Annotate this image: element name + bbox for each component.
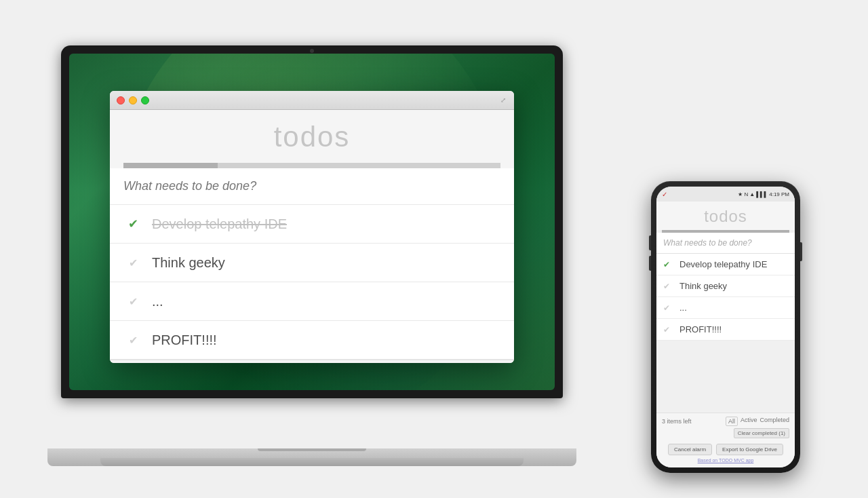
todo-item-2: ✔ Think geeky [110, 244, 514, 282]
todo-check-4[interactable]: ✔ [123, 330, 142, 349]
todo-item-4: ✔ PROFIT!!!! [110, 321, 514, 360]
laptop-base [47, 448, 576, 466]
checkmark-pending-icon: ✔ [129, 256, 138, 269]
phone-filter-completed[interactable]: Completed [760, 417, 789, 426]
volume-down-button[interactable] [649, 256, 651, 271]
phone-todo-item-4: ✔ PROFIT!!!! [656, 319, 795, 341]
todo-item-1: ✔ Develop telepathy IDE [110, 205, 514, 244]
todo-item-3: ✔ ... [110, 282, 514, 321]
window-titlebar: ⤢ [110, 91, 514, 110]
phone-footer: 3 items left All Active Completed Clear … [656, 413, 795, 467]
scene: ⤢ todos [27, 12, 841, 486]
phone-check-icon-4[interactable]: ✔ [663, 325, 674, 334]
phone-statusbar: ✓ ★ N ▲ ▌▌▌ 4:19 PM [656, 187, 795, 202]
notification-check-icon: ✓ [662, 191, 667, 198]
nfc-icon: N [744, 191, 748, 197]
phone-todo-text-3: ... [679, 303, 687, 313]
phone-body: ✓ ★ N ▲ ▌▌▌ 4:19 PM todos What needs to … [651, 181, 800, 473]
phone-new-todo-input[interactable]: What needs to be done? [656, 233, 795, 254]
todo-list: ✔ Develop telepathy IDE ✔ Think geeky [110, 205, 514, 360]
checkmark-pending-icon-3: ✔ [129, 334, 138, 347]
bluetooth-icon: ★ [738, 191, 743, 197]
traffic-lights [117, 96, 149, 104]
laptop-camera [310, 49, 314, 53]
todo-text-4: PROFIT!!!! [152, 332, 217, 348]
phone-check-icon-3[interactable]: ✔ [663, 303, 674, 313]
progress-bar-fill [123, 163, 218, 168]
status-right: ★ N ▲ ▌▌▌ 4:19 PM [738, 191, 789, 197]
phone-actions: Cancel alarm Export to Google Drive [662, 440, 789, 458]
wifi-icon: ▲ [749, 191, 755, 197]
phone-filter-all[interactable]: All [726, 417, 738, 426]
phone-todo-item-1: ✔ Develop telepathy IDE [656, 254, 795, 275]
laptop-wallpaper: ⤢ todos [69, 54, 555, 390]
close-button[interactable] [117, 96, 125, 104]
phone-app-title: todos [656, 202, 795, 230]
todo-check-2[interactable]: ✔ [123, 253, 142, 272]
phone-todo-item-2: ✔ Think geeky [656, 275, 795, 297]
phone-credit-link[interactable]: TODO MVC app [719, 458, 753, 463]
phone-check-icon-2[interactable]: ✔ [663, 282, 674, 291]
phone: ✓ ★ N ▲ ▌▌▌ 4:19 PM todos What needs to … [651, 181, 800, 473]
volume-up-button[interactable] [649, 235, 651, 250]
app-footer: 3 items left All Active Completed Clear … [110, 360, 514, 363]
phone-credit: Based on TODO MVC app [662, 458, 789, 465]
phone-clear-button[interactable]: Clear completed (1) [734, 428, 789, 438]
todo-text-2: Think geeky [152, 255, 225, 271]
maximize-button[interactable] [141, 96, 149, 104]
expand-icon[interactable]: ⤢ [499, 96, 507, 104]
phone-filters: All Active Completed [726, 417, 789, 426]
laptop: ⤢ todos [47, 45, 576, 466]
phone-check-icon-1[interactable]: ✔ [663, 260, 674, 269]
phone-todo-text-4: PROFIT!!!! [679, 324, 722, 334]
minimize-button[interactable] [129, 96, 137, 104]
phone-todo-item-3: ✔ ... [656, 297, 795, 319]
phone-drive-button[interactable]: Export to Google Drive [716, 444, 783, 455]
laptop-screen-bezel: ⤢ todos [69, 54, 555, 390]
checkmark-pending-icon-2: ✔ [129, 295, 138, 308]
phone-screen: ✓ ★ N ▲ ▌▌▌ 4:19 PM todos What needs to … [656, 187, 795, 467]
todo-text-3: ... [152, 294, 163, 309]
phone-todo-text-1: Develop telepathy IDE [679, 259, 767, 269]
todo-check-3[interactable]: ✔ [123, 292, 142, 311]
todo-check-1[interactable]: ✔ [123, 214, 142, 233]
laptop-screen-outer: ⤢ todos [61, 45, 563, 398]
power-button[interactable] [800, 242, 802, 261]
time-display: 4:19 PM [769, 191, 789, 197]
phone-todo-list: ✔ Develop telepathy IDE ✔ Think geeky ✔ … [656, 254, 795, 413]
progress-bar-wrap [123, 163, 500, 168]
phone-alarm-button[interactable]: Cancel alarm [668, 444, 712, 455]
todo-text-1: Develop telepathy IDE [152, 216, 287, 232]
app-window: ⤢ todos [110, 91, 514, 363]
signal-icon: ▌▌▌ [756, 191, 768, 197]
phone-todo-text-2: Think geeky [679, 281, 727, 291]
phone-footer-top: 3 items left All Active Completed [662, 417, 789, 426]
status-left: ✓ [662, 191, 669, 198]
phone-filter-active[interactable]: Active [741, 417, 757, 426]
phone-items-left-label: 3 items left [662, 418, 692, 425]
app-title: todos [110, 110, 514, 163]
new-todo-input[interactable] [110, 168, 514, 205]
checkmark-done-icon: ✔ [128, 216, 138, 231]
